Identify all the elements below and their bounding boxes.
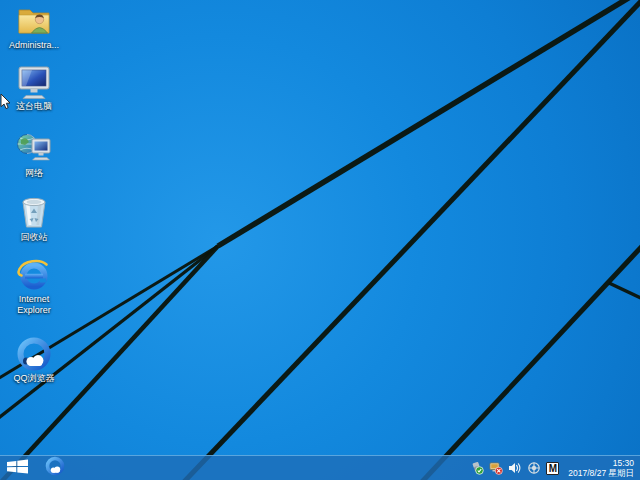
desktop-icon-label: Internet Explorer bbox=[3, 294, 65, 316]
desktop-icon-this-pc[interactable]: 这台电脑 bbox=[2, 64, 66, 112]
desktop-icon-label: Administra... bbox=[9, 40, 59, 51]
desktop-icon-label: 网络 bbox=[25, 168, 43, 179]
qq-browser-icon bbox=[45, 456, 65, 480]
wallpaper-lines bbox=[0, 0, 640, 480]
desktop-icon-administrator[interactable]: Administra... bbox=[2, 3, 66, 51]
safely-remove-hardware-icon[interactable] bbox=[470, 461, 484, 475]
internet-explorer-icon bbox=[16, 257, 52, 293]
desktop-icon-label: 回收站 bbox=[21, 232, 48, 243]
start-button[interactable] bbox=[0, 456, 34, 480]
desktop-icon-network[interactable]: 网络 bbox=[2, 131, 66, 179]
network-error-icon[interactable] bbox=[489, 461, 503, 475]
mouse-cursor bbox=[0, 94, 11, 114]
desktop-icon-qq-browser[interactable]: QQ浏览器 bbox=[2, 336, 66, 384]
volume-icon[interactable] bbox=[508, 461, 522, 475]
taskbar-clock[interactable]: 15:30 2017/8/27 星期日 bbox=[568, 458, 634, 479]
ime-indicator[interactable]: M bbox=[546, 462, 559, 475]
desktop-icon-label: QQ浏览器 bbox=[13, 373, 54, 384]
folder-user-icon bbox=[16, 3, 52, 39]
desktop-icon-recycle-bin[interactable]: 回收站 bbox=[2, 195, 66, 243]
system-tray: M 15:30 2017/8/27 星期日 bbox=[470, 458, 640, 479]
clock-time: 15:30 bbox=[613, 458, 634, 469]
desktop-icon-internet-explorer[interactable]: Internet Explorer bbox=[2, 257, 66, 316]
desktop-icon-label: 这台电脑 bbox=[16, 101, 52, 112]
recycle-bin-icon bbox=[16, 195, 52, 231]
network-globe-icon bbox=[16, 131, 52, 167]
windows-logo-icon bbox=[7, 459, 28, 478]
qq-browser-icon bbox=[16, 336, 52, 372]
computer-icon bbox=[16, 64, 52, 100]
globe-network-icon[interactable] bbox=[527, 461, 541, 475]
clock-date: 2017/8/27 星期日 bbox=[568, 468, 634, 479]
taskbar: M 15:30 2017/8/27 星期日 bbox=[0, 455, 640, 480]
taskbar-qq-browser-button[interactable] bbox=[40, 456, 70, 480]
desktop-background[interactable]: Administra... 这台电脑 bbox=[0, 0, 640, 480]
